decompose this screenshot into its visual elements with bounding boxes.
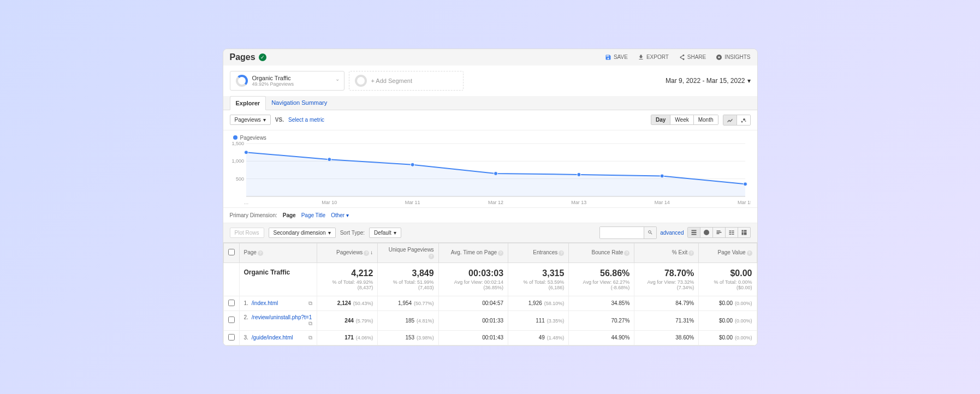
chart-area: Pageviews 5001,0001,500…Mar 10Mar 11Mar … — [223, 130, 757, 207]
verified-icon: ✓ — [259, 53, 266, 61]
date-range-picker[interactable]: Mar 9, 2022 - Mar 15, 2022▾ — [666, 77, 750, 85]
svg-point-11 — [327, 157, 331, 161]
chevron-down-icon: ▾ — [747, 77, 751, 85]
col-value[interactable]: Page Value? — [699, 243, 757, 262]
add-segment-button[interactable]: + Add Segment — [349, 71, 464, 91]
svg-text:Mar 10: Mar 10 — [322, 199, 337, 205]
svg-point-2 — [745, 121, 746, 122]
svg-point-16 — [743, 182, 747, 186]
row-checkbox[interactable] — [228, 300, 235, 306]
search-icon[interactable] — [644, 227, 656, 238]
line-chart: 5001,0001,500…Mar 10Mar 11Mar 12Mar 13Ma… — [230, 141, 751, 206]
row-checkbox[interactable] — [228, 334, 235, 341]
plot-rows-button: Plot Rows — [230, 228, 264, 238]
motion-chart-icon[interactable] — [737, 115, 750, 125]
line-chart-icon[interactable] — [723, 115, 737, 125]
segments-row: Organic Traffic 49.92% Pageviews ⌄ + Add… — [223, 65, 757, 96]
select-metric-link[interactable]: Select a metric — [288, 117, 324, 123]
secondary-dimension-select[interactable]: Secondary dimension ▾ — [269, 228, 336, 238]
dimension-other[interactable]: Other ▾ — [331, 212, 349, 218]
table-view-icon[interactable] — [688, 228, 700, 237]
col-bounce[interactable]: Bounce Rate? — [569, 243, 634, 262]
table-view-icons — [687, 227, 751, 238]
svg-text:1,500: 1,500 — [231, 141, 243, 146]
page-title: Pages — [230, 52, 256, 62]
svg-point-14 — [577, 172, 580, 176]
sort-type-select[interactable]: Default ▾ — [369, 228, 401, 238]
export-button[interactable]: EXPORT — [638, 54, 669, 61]
col-unique[interactable]: Unique Pageviews? — [378, 243, 438, 262]
page-link[interactable]: /guide/index.html — [252, 335, 293, 341]
svg-text:Mar 14: Mar 14 — [654, 199, 669, 205]
page-link[interactable]: /index.html — [252, 300, 278, 306]
header-actions: SAVE EXPORT SHARE INSIGHTS — [605, 54, 751, 61]
svg-text:…: … — [243, 199, 248, 205]
insights-button[interactable]: INSIGHTS — [716, 54, 750, 61]
tab-explorer[interactable]: Explorer — [230, 96, 266, 110]
tabs: Explorer Navigation Summary — [223, 96, 757, 110]
external-link-icon[interactable]: ⧉ — [308, 300, 312, 307]
dimension-page-title[interactable]: Page Title — [301, 212, 325, 218]
dimension-page[interactable]: Page — [283, 212, 296, 218]
chevron-down-icon: ⌄ — [335, 76, 340, 82]
row-checkbox[interactable] — [228, 317, 235, 323]
donut-placeholder-icon — [355, 75, 367, 87]
share-button[interactable]: SHARE — [679, 54, 706, 61]
legend-dot-icon — [233, 135, 237, 140]
time-granularity: Day Week Month — [651, 115, 718, 125]
select-all-checkbox[interactable] — [228, 249, 235, 255]
svg-point-0 — [741, 121, 743, 122]
advanced-link[interactable]: advanced — [660, 230, 684, 236]
col-page[interactable]: Page? — [239, 243, 317, 262]
search-box — [599, 226, 657, 239]
data-table: Page? Pageviews?↓ Unique Pageviews? Avg.… — [223, 243, 757, 345]
tab-navigation-summary[interactable]: Navigation Summary — [266, 96, 332, 110]
svg-text:Mar 15: Mar 15 — [738, 199, 751, 205]
chart-legend: Pageviews — [233, 135, 751, 141]
analytics-window: Pages ✓ SAVE EXPORT SHARE INSIGHTS Organ… — [223, 49, 758, 346]
svg-point-12 — [411, 163, 414, 166]
svg-point-15 — [660, 174, 664, 177]
donut-chart-icon — [236, 75, 248, 87]
svg-point-10 — [244, 150, 248, 154]
time-month-button[interactable]: Month — [694, 115, 718, 124]
svg-text:500: 500 — [235, 176, 243, 181]
external-link-icon[interactable]: ⧉ — [308, 320, 312, 327]
segment-organic-traffic[interactable]: Organic Traffic 49.92% Pageviews ⌄ — [230, 71, 345, 91]
svg-text:Mar 12: Mar 12 — [488, 199, 503, 205]
pivot-view-icon[interactable] — [738, 228, 750, 237]
search-input[interactable] — [600, 227, 644, 238]
summary-row: Organic Traffic 4,212% of Total: 49.92% … — [223, 262, 757, 296]
bar-view-icon[interactable] — [713, 228, 726, 237]
comparison-view-icon[interactable] — [726, 228, 738, 237]
table-row: 2./review/uninstall.php?t=1⧉244(5.79%)18… — [223, 311, 757, 330]
svg-text:Mar 11: Mar 11 — [405, 199, 420, 205]
header: Pages ✓ SAVE EXPORT SHARE INSIGHTS — [223, 49, 757, 65]
external-link-icon[interactable]: ⧉ — [308, 335, 312, 341]
table-row: 1./index.html⧉2,124(50.43%)1,954(50.77%)… — [223, 296, 757, 311]
time-week-button[interactable]: Week — [670, 115, 693, 124]
save-button[interactable]: SAVE — [605, 54, 628, 61]
col-entrances[interactable]: Entrances? — [508, 243, 569, 262]
col-pageviews[interactable]: Pageviews?↓ — [317, 243, 378, 262]
table-row: 3./guide/index.html⧉171(4.06%)153(3.98%)… — [223, 330, 757, 345]
svg-point-1 — [743, 118, 745, 121]
metric-select[interactable]: Pageviews ▾ — [230, 115, 271, 125]
svg-text:Mar 13: Mar 13 — [571, 199, 586, 205]
pie-view-icon[interactable] — [700, 228, 713, 237]
col-avg-time[interactable]: Avg. Time on Page? — [438, 243, 508, 262]
time-day-button[interactable]: Day — [651, 115, 670, 124]
page-link[interactable]: /review/uninstall.php?t=1 — [252, 314, 312, 320]
chart-controls: Pageviews ▾ VS. Select a metric Day Week… — [223, 110, 757, 130]
svg-text:1,000: 1,000 — [231, 158, 243, 164]
svg-point-13 — [494, 171, 497, 175]
dimension-row: Primary Dimension: Page Page Title Other… — [223, 207, 757, 223]
table-controls: Plot Rows Secondary dimension ▾ Sort Typ… — [223, 223, 757, 243]
col-exit[interactable]: % Exit? — [634, 243, 699, 262]
